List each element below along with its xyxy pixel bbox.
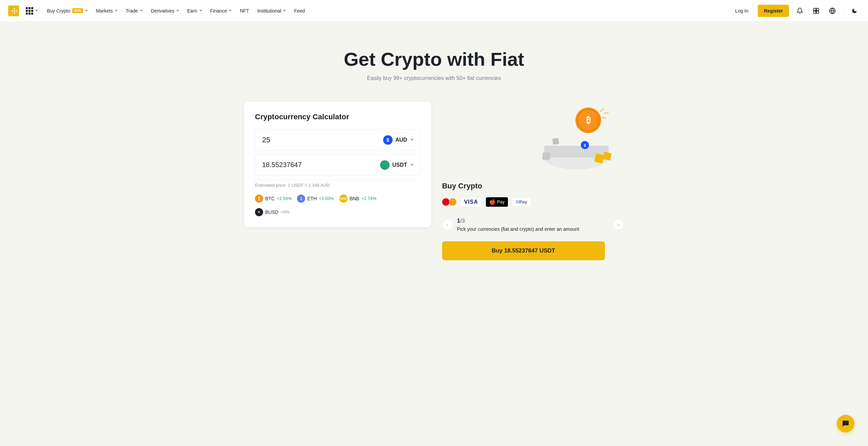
crypto-currency-label: USDT (392, 162, 407, 168)
crypto-currency-chevron (411, 164, 413, 166)
svg-text:₿: ₿ (586, 115, 591, 125)
main-content: Cryptocurrency Calculator $ AUD 18.55237… (231, 102, 637, 281)
crypto-amount-value: 18.55237647 (262, 161, 380, 169)
bnb-change: +2.74% (361, 196, 376, 201)
earn-chevron (199, 10, 202, 12)
download-icon (813, 7, 820, 14)
busd-chip[interactable]: B BUSD +0% (255, 208, 420, 216)
carousel-content: 1/3 Pick your currencies (fiat and crypt… (457, 218, 609, 232)
login-button[interactable]: Log In (731, 5, 752, 16)
busd-icon: B (255, 208, 263, 216)
bnb-chip[interactable]: BNB BNB +2.74% (339, 195, 376, 203)
svg-rect-3 (814, 11, 816, 13)
notifications-button[interactable] (794, 5, 805, 16)
finance-chevron (229, 10, 232, 12)
applepay-badge: 🍎Pay (486, 197, 508, 207)
eth-change: +3.03% (319, 196, 334, 201)
derivatives-chevron (176, 10, 179, 12)
eth-icon: Ξ (297, 195, 305, 203)
svg-rect-4 (816, 11, 819, 13)
carousel-prev[interactable]: ‹ (442, 219, 453, 230)
right-section: $ ₿ Buy Crypto (442, 102, 624, 260)
navbar: Buy Crypto AUD Markets Trade Derivatives… (0, 0, 868, 22)
svg-rect-1 (814, 8, 816, 11)
crypto-output-row: 18.55237647 USDT (255, 155, 420, 176)
btc-change: +2.54% (277, 196, 292, 201)
carousel-counter: 1/3 (457, 218, 609, 224)
buy-button[interactable]: Buy 18.55237647 USDT (442, 241, 605, 260)
trade-chevron (140, 10, 143, 12)
nav-institutional[interactable]: Institutional (254, 5, 290, 16)
svg-marker-7 (383, 162, 387, 166)
svg-line-18 (604, 113, 609, 114)
calculator-title: Cryptocurrency Calculator (255, 113, 420, 121)
payment-methods: VISA 🍎Pay GPay (442, 197, 624, 207)
markets-chevron (115, 10, 118, 12)
nav-right: Log In Register (731, 5, 860, 17)
binance-logo-icon (8, 5, 19, 16)
app-grid-button[interactable] (26, 7, 38, 15)
crypto-chips: ₿ BTC +2.54% Ξ ETH +3.03% BNB BNB +2.74%… (255, 195, 420, 216)
nav-derivatives[interactable]: Derivatives (147, 5, 182, 16)
btc-chip[interactable]: ₿ BTC +2.54% (255, 195, 292, 203)
theme-toggle[interactable] (849, 5, 860, 16)
svg-text:$: $ (584, 143, 586, 147)
buy-crypto-title: Buy Crypto (442, 182, 624, 190)
aud-icon: $ (383, 135, 393, 145)
hero-title: Get Crypto with Fiat (8, 49, 860, 70)
btc-name: BTC (265, 196, 275, 201)
calculator-card: Cryptocurrency Calculator $ AUD 18.55237… (244, 102, 431, 227)
busd-name: BUSD (265, 209, 278, 215)
fiat-currency-label: AUD (395, 137, 407, 143)
svg-line-19 (602, 117, 606, 119)
crypto-illustration: $ ₿ (442, 102, 624, 176)
register-button[interactable]: Register (758, 5, 789, 17)
svg-rect-2 (816, 8, 819, 11)
buy-panel: Buy Crypto VISA 🍎Pay GPay ‹ (442, 182, 624, 260)
nav-finance[interactable]: Finance (207, 5, 235, 16)
nav-buy-crypto[interactable]: Buy Crypto AUD (43, 5, 91, 16)
carousel-description: Pick your currencies (fiat and crypto) a… (457, 226, 609, 232)
eth-chip[interactable]: Ξ ETH +3.03% (297, 195, 334, 203)
buy-crypto-chevron (85, 10, 88, 12)
grid-chevron-icon (35, 10, 38, 12)
crypto-illustration-svg: $ ₿ (522, 102, 617, 176)
download-button[interactable] (811, 5, 822, 16)
carousel-next[interactable]: › (613, 219, 624, 230)
nav-feed[interactable]: Feed (291, 5, 308, 16)
nav-trade[interactable]: Trade (122, 5, 146, 16)
googlepay-badge: GPay (512, 197, 531, 206)
grid-dots-icon (26, 7, 33, 15)
nav-divider (843, 7, 844, 14)
institutional-chevron (283, 10, 286, 12)
fiat-input-row: $ AUD (255, 129, 420, 150)
globe-icon (829, 7, 836, 14)
nav-items: Buy Crypto AUD Markets Trade Derivatives… (43, 5, 731, 16)
hero-section: Get Crypto with Fiat Easily buy 99+ cryp… (0, 22, 868, 102)
bell-icon (796, 7, 803, 14)
mastercard-icon (442, 197, 456, 207)
moon-icon (851, 8, 857, 14)
busd-change: +0% (280, 209, 289, 215)
fiat-currency-selector[interactable]: $ AUD (383, 135, 413, 145)
svg-line-17 (600, 108, 604, 112)
estimated-price: Estimated price: 1 USDT ≈ 1.348 AUD (255, 180, 420, 188)
nav-earn[interactable]: Earn (184, 5, 205, 16)
crypto-currency-selector[interactable]: USDT (380, 160, 413, 170)
language-button[interactable] (827, 5, 838, 16)
svg-rect-21 (552, 138, 559, 145)
fiat-currency-chevron (411, 139, 413, 141)
aud-badge: AUD (72, 8, 83, 13)
usdt-icon (380, 160, 390, 170)
chat-button[interactable] (837, 415, 854, 432)
svg-rect-20 (603, 152, 611, 160)
brand-logo[interactable] (8, 5, 19, 16)
btc-icon: ₿ (255, 195, 263, 203)
bnb-name: BNB (350, 196, 359, 201)
fiat-amount-input[interactable] (262, 136, 383, 144)
nav-nft[interactable]: NFT (236, 5, 252, 16)
hero-subtitle: Easily buy 99+ cryptocurrencies with 50+… (8, 75, 860, 81)
nav-markets[interactable]: Markets (93, 5, 121, 16)
svg-rect-10 (542, 153, 550, 160)
carousel-area: ‹ 1/3 Pick your currencies (fiat and cry… (442, 218, 624, 232)
